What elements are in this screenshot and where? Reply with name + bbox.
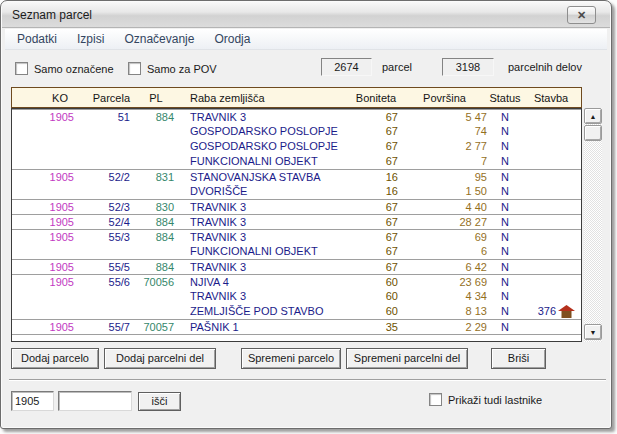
cell-raba: GOSPODARSKO POSLOPJE (178, 139, 352, 154)
menu-item-orodja[interactable]: Orodja (211, 30, 253, 48)
scroll-down-icon: ▼ (590, 329, 597, 336)
table-row[interactable]: 190552/2831STANOVANJSKA STAVBA1695N (12, 169, 581, 184)
cell-status: N (489, 304, 521, 319)
cell-boniteta: 60 (352, 289, 400, 304)
checkbox-samo-za-pov-label: Samo za POV (147, 63, 217, 75)
table-row[interactable]: 190551884TRAVNIK 3675 47N (12, 109, 581, 124)
scroll-down-button[interactable]: ▼ (584, 324, 602, 340)
table-row[interactable]: 190555/770057PAŠNIK 1352 29N (12, 319, 581, 334)
checkbox-samo-oznacene[interactable] (15, 62, 28, 75)
cell-parcela: 52/3 (76, 200, 134, 214)
cell-pl: 884 (134, 230, 178, 244)
cell-stavba: 376 (521, 304, 581, 319)
scroll-up-button[interactable]: ▲ (584, 108, 602, 124)
table-row[interactable]: 190552/3830TRAVNIK 3674 40N (12, 199, 581, 214)
cell-ko: 1905 (12, 170, 76, 184)
checkbox-show-owners-label: Prikaži tudi lastnike (448, 394, 542, 406)
table-row[interactable]: GOSPODARSKO POSLOPJE672 77N (12, 139, 581, 154)
cell-boniteta: 67 (352, 139, 400, 154)
table-row[interactable]: FUNKCIONALNI OBJEKT676N (12, 244, 581, 259)
scroll-up-icon: ▲ (590, 113, 597, 120)
cell-pl (134, 244, 178, 259)
table-row[interactable]: 190555/3884TRAVNIK 36769N (12, 229, 581, 244)
cell-parcela: 55/5 (76, 260, 134, 274)
cell-parcela: 55/3 (76, 230, 134, 244)
cell-stavba (521, 289, 581, 304)
add-parcel-part-button[interactable]: Dodaj parcelni del (104, 348, 216, 369)
close-button[interactable]: ✕ (567, 6, 596, 24)
cell-boniteta: 67 (352, 215, 400, 229)
parcel-count-field: 2674 (321, 58, 372, 76)
checkbox-show-owners[interactable] (429, 393, 442, 406)
cell-status: N (489, 124, 521, 139)
add-parcel-button[interactable]: Dodaj parcelo (11, 348, 99, 369)
vertical-scrollbar[interactable]: ▲ ▼ (584, 108, 602, 342)
cell-boniteta: 35 (352, 320, 400, 334)
parcela-search-input[interactable] (58, 391, 132, 411)
cell-pl: 831 (134, 170, 178, 184)
window-title: Seznam parcel (12, 8, 92, 22)
cell-status: N (489, 110, 521, 124)
table-row[interactable]: GOSPODARSKO POSLOPJE6774N (12, 124, 581, 139)
cell-status: N (489, 215, 521, 229)
scrollbar-thumb[interactable] (584, 125, 602, 141)
cell-raba: TRAVNIK 3 (178, 289, 352, 304)
menu-item-oznacevanje[interactable]: Označevanje (121, 30, 197, 48)
cell-pl (134, 154, 178, 169)
column-header-povrsina: Površina (400, 92, 489, 104)
cell-povrsina: 95 (400, 170, 489, 184)
cell-status: N (489, 260, 521, 274)
cell-stavba (521, 260, 581, 274)
column-header-status: Status (489, 92, 521, 104)
cell-povrsina: 23 69 (400, 275, 489, 289)
cell-povrsina: 4 34 (400, 289, 489, 304)
cell-povrsina: 1 50 (400, 184, 489, 199)
table-row[interactable]: ZEMLJIŠČE POD STAVBO608 13N376 (12, 304, 581, 319)
parcel-del-count-field: 3198 (442, 58, 494, 76)
parcel-del-count-label: parcelnih delov (508, 61, 582, 73)
cell-parcela (76, 289, 134, 304)
menu-item-izpisi[interactable]: Izpisi (74, 30, 107, 48)
search-button[interactable]: išči (138, 392, 181, 411)
column-header-parcela: Parcela (76, 92, 134, 104)
cell-ko (12, 139, 76, 154)
cell-boniteta: 67 (352, 154, 400, 169)
ko-search-input[interactable] (11, 391, 54, 411)
cell-stavba (521, 154, 581, 169)
cell-pl (134, 304, 178, 319)
menu-bar: Podatki Izpisi Označevanje Orodja (5, 29, 607, 50)
table-row[interactable]: 190555/5884TRAVNIK 3676 42N (12, 259, 581, 274)
table-row[interactable]: DVORIŠČE161 50N (12, 184, 581, 199)
edit-parcel-button[interactable]: Spremeni parcelo (241, 348, 341, 369)
cell-boniteta: 67 (352, 260, 400, 274)
cell-stavba (521, 230, 581, 244)
table-row[interactable]: TRAVNIK 3604 34N (12, 289, 581, 304)
cell-stavba (521, 184, 581, 199)
edit-parcel-part-button[interactable]: Spremeni parcelni del (346, 348, 468, 369)
cell-povrsina: 7 (400, 154, 489, 169)
cell-raba: DVORIŠČE (178, 184, 352, 199)
table-row[interactable]: 190552/4884TRAVNIK 36728 27N (12, 214, 581, 229)
cell-ko (12, 154, 76, 169)
cell-boniteta: 67 (352, 244, 400, 259)
cell-pl (134, 289, 178, 304)
table-row[interactable]: 190555/670056NJIVA 46023 69N (12, 274, 581, 289)
cell-boniteta: 16 (352, 184, 400, 199)
table-row[interactable]: FUNKCIONALNI OBJEKT677N (12, 154, 581, 169)
cell-raba: GOSPODARSKO POSLOPJE (178, 124, 352, 139)
checkbox-samo-za-pov[interactable] (128, 62, 141, 75)
cell-stavba (521, 320, 581, 334)
cell-parcela (76, 139, 134, 154)
cell-ko: 1905 (12, 260, 76, 274)
cell-boniteta: 67 (352, 230, 400, 244)
cell-pl: 884 (134, 110, 178, 124)
cell-ko: 1905 (12, 275, 76, 289)
checkbox-samo-oznacene-label: Samo označene (34, 63, 114, 75)
cell-boniteta: 16 (352, 170, 400, 184)
column-header-ko: KO (12, 92, 76, 104)
cell-pl (134, 124, 178, 139)
cell-pl: 830 (134, 200, 178, 214)
menu-item-podatki[interactable]: Podatki (14, 30, 60, 48)
cell-parcela (76, 304, 134, 319)
delete-button[interactable]: Briši (491, 348, 546, 369)
